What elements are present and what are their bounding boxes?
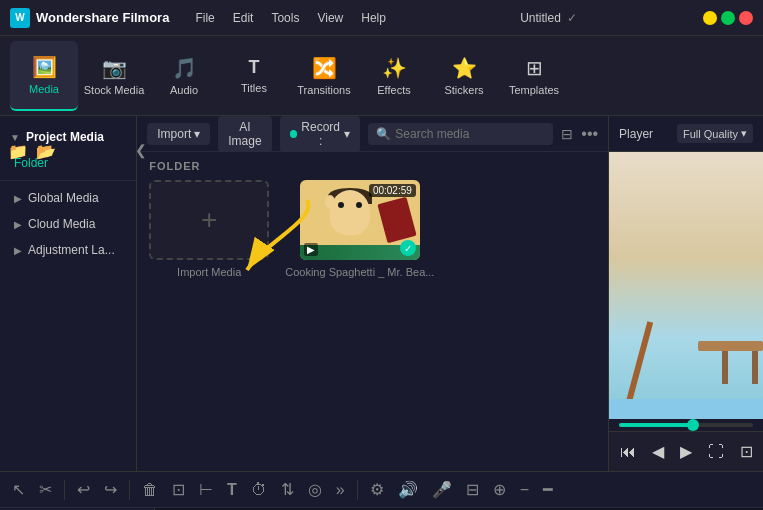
toolbar-transitions[interactable]: 🔀 Transitions <box>290 41 358 111</box>
toolbar-effects[interactable]: ✨ Effects <box>360 41 428 111</box>
import-folder-icon[interactable]: 📂 <box>36 142 56 161</box>
arrow-annotation <box>237 190 317 283</box>
toolbar-stickers[interactable]: ⭐ Stickers <box>430 41 498 111</box>
toolbar-audio[interactable]: 🎵 Audio <box>150 41 218 111</box>
record-button[interactable]: Record : ▾ <box>280 116 361 152</box>
menu-help[interactable]: Help <box>353 7 394 29</box>
record-dot-icon <box>290 130 297 138</box>
video-duration: 00:02:59 <box>369 184 416 197</box>
sidebar-separator-1 <box>0 180 136 181</box>
sidebar-collapse-icon[interactable]: ❮ <box>135 142 147 161</box>
preview-detail <box>609 399 763 419</box>
import-plus-icon: + <box>201 204 217 236</box>
timeline-mic[interactable]: 🎤 <box>428 478 456 501</box>
video-thumbnail[interactable]: 00:02:59 ✓ ▶ <box>300 180 420 260</box>
folder-section-label: FOLDER <box>137 152 608 180</box>
close-button[interactable] <box>739 11 753 25</box>
titlebar: W Wondershare Filmora File Edit Tools Vi… <box>0 0 763 36</box>
new-folder-icon[interactable]: 📁 <box>8 142 28 161</box>
menu-view[interactable]: View <box>309 7 351 29</box>
ai-image-button[interactable]: AI Image <box>218 116 271 152</box>
sidebar-item-adjustment[interactable]: ▶ Adjustment La... <box>0 237 136 263</box>
timeline-zoom-out[interactable]: − <box>516 479 533 501</box>
preview-header: Player Full Quality ▾ <box>609 116 763 152</box>
timeline-more[interactable]: » <box>332 479 349 501</box>
timeline-adjust[interactable]: ⇅ <box>277 478 298 501</box>
fullscreen-button[interactable]: ⛶ <box>706 441 726 463</box>
preview-controls: ⏮ ◀ ▶ ⛶ ⊡ <box>609 431 763 471</box>
more-options-icon[interactable]: ••• <box>581 125 598 143</box>
minimize-button[interactable] <box>703 11 717 25</box>
stock-media-label: Stock Media <box>84 84 145 96</box>
quality-select[interactable]: Full Quality ▾ <box>677 124 753 143</box>
quality-chevron-icon: ▾ <box>741 127 747 140</box>
timeline-track[interactable]: ⊟ <box>462 478 483 501</box>
maximize-button[interactable] <box>721 11 735 25</box>
templates-icon: ⊞ <box>526 56 543 80</box>
title-check-icon: ✓ <box>567 11 577 25</box>
timeline-redo[interactable]: ↪ <box>100 478 121 501</box>
timeline-select-tool[interactable]: ↖ <box>8 478 29 501</box>
timeline-special[interactable]: ⊕ <box>489 478 510 501</box>
toolbar-stock-media[interactable]: 📷 Stock Media <box>80 41 148 111</box>
timeline-zoom-in[interactable]: ━ <box>539 478 557 501</box>
media-icon: 🖼️ <box>32 55 57 79</box>
filter-icon[interactable]: ⊟ <box>561 126 573 142</box>
menu-tools[interactable]: Tools <box>263 7 307 29</box>
play-back-button[interactable]: ◀ <box>650 440 666 463</box>
effects-icon: ✨ <box>382 56 407 80</box>
window-controls <box>703 11 753 25</box>
sidebar-item-global-media[interactable]: ▶ Global Media <box>0 185 136 211</box>
play-button[interactable]: ▶ <box>678 440 694 463</box>
rewind-button[interactable]: ⏮ <box>618 441 638 463</box>
timeline-effects[interactable]: ◎ <box>304 478 326 501</box>
logo-icon: W <box>10 8 30 28</box>
preview-progress-bar[interactable] <box>609 419 763 431</box>
audio-label: Audio <box>170 84 198 96</box>
timeline-audio[interactable]: 🔊 <box>394 478 422 501</box>
toolbar-media[interactable]: 🖼️ Media <box>10 41 78 111</box>
sidebar: ▼ Project Media Folder ▶ Global Media ▶ … <box>0 116 137 471</box>
toolbar-templates[interactable]: ⊞ Templates <box>500 41 568 111</box>
player-label: Player <box>619 127 653 141</box>
slider-thumb[interactable] <box>687 419 699 431</box>
menu-edit[interactable]: Edit <box>225 7 262 29</box>
preview-detail <box>752 349 758 384</box>
preview-detail <box>698 341 763 351</box>
titles-icon: T <box>249 57 260 78</box>
video-check-icon: ✓ <box>400 240 416 256</box>
timeline-delete[interactable]: 🗑 <box>138 479 162 501</box>
timeline-crop[interactable]: ⊡ <box>168 478 189 501</box>
content-area: Import ▾ AI Image Record : ▾ 🔍 ⊟ ••• FOL… <box>137 116 608 471</box>
slider-track <box>619 423 753 427</box>
app-name: Wondershare Filmora <box>36 10 169 25</box>
timeline-cut-tool[interactable]: ✂ <box>35 478 56 501</box>
transitions-label: Transitions <box>297 84 350 96</box>
search-input[interactable] <box>395 127 545 141</box>
adjustment-arrow: ▶ <box>14 245 22 256</box>
app-logo: W Wondershare Filmora <box>10 8 169 28</box>
import-label: Import <box>157 127 191 141</box>
timeline-clock[interactable]: ⏱ <box>247 479 271 501</box>
menu-file[interactable]: File <box>187 7 222 29</box>
import-button[interactable]: Import ▾ <box>147 123 210 145</box>
toolbar-titles[interactable]: T Titles <box>220 41 288 111</box>
crop-button[interactable]: ⊡ <box>738 440 755 463</box>
media-label: Media <box>29 83 59 95</box>
global-media-arrow: ▶ <box>14 193 22 204</box>
thumb-detail <box>325 195 335 209</box>
slider-fill <box>619 423 693 427</box>
sidebar-item-cloud-media[interactable]: ▶ Cloud Media <box>0 211 136 237</box>
window-title: Untitled <box>520 11 561 25</box>
preview-canvas <box>609 152 763 419</box>
timeline-settings[interactable]: ⚙ <box>366 478 388 501</box>
stickers-label: Stickers <box>444 84 483 96</box>
stickers-icon: ⭐ <box>452 56 477 80</box>
record-chevron-icon: ▾ <box>344 127 350 141</box>
search-icon: 🔍 <box>376 127 391 141</box>
timeline-undo[interactable]: ↩ <box>73 478 94 501</box>
timeline-split[interactable]: ⊢ <box>195 478 217 501</box>
quality-label: Full Quality <box>683 128 738 140</box>
content-toolbar: Import ▾ AI Image Record : ▾ 🔍 ⊟ ••• <box>137 116 608 152</box>
timeline-text[interactable]: T <box>223 479 241 501</box>
